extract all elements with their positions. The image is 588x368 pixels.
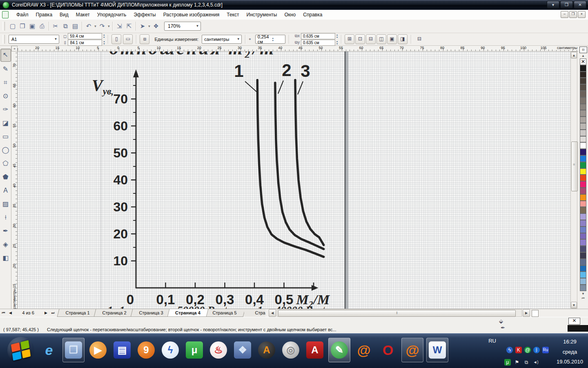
color-swatch[interactable] bbox=[580, 278, 586, 285]
color-swatch[interactable] bbox=[580, 84, 586, 91]
property-bar-grip[interactable] bbox=[2, 35, 5, 44]
snap-button-3[interactable]: ◫ bbox=[376, 34, 386, 44]
rectangle-tool[interactable]: ▭ bbox=[1, 130, 11, 143]
open-button[interactable]: ❒ bbox=[18, 21, 27, 31]
freehand-tool[interactable]: ✑ bbox=[1, 103, 11, 116]
palette-scroll-down[interactable]: ▼ bbox=[580, 292, 586, 296]
horizontal-ruler[interactable]: 2015105051015202530354045505560657075808… bbox=[18, 46, 579, 52]
menu-окно[interactable]: Окно bbox=[281, 11, 299, 19]
horizontal-scroll-thumb[interactable]: ⫴ bbox=[278, 310, 516, 317]
color-swatch[interactable] bbox=[580, 272, 586, 278]
smart-fill-tool[interactable]: ◪ bbox=[1, 117, 11, 129]
color-swatch[interactable] bbox=[580, 194, 586, 201]
palette-options-button[interactable]: ⊟ bbox=[579, 47, 587, 53]
color-swatch[interactable] bbox=[580, 201, 586, 207]
taskbar-app-utorrent[interactable]: μ bbox=[184, 338, 205, 362]
color-swatch[interactable] bbox=[580, 117, 586, 123]
taskbar-app-windows-explorer[interactable]: ❒ bbox=[62, 338, 85, 362]
hscroll-right-arrow[interactable]: ▶ bbox=[523, 309, 530, 317]
taskbar-app-nine-ball[interactable]: 9 bbox=[136, 338, 157, 362]
agent-tray-icon[interactable]: @ bbox=[524, 347, 531, 353]
snap-button-5[interactable]: ◨ bbox=[398, 34, 408, 44]
nudge-spinner[interactable]: ▴▾ bbox=[270, 37, 285, 42]
color-swatch[interactable] bbox=[580, 285, 586, 291]
color-swatch[interactable] bbox=[580, 220, 586, 227]
chart-drawing[interactable]: 1020304050607000,10,20,30,40,5M₂/MVув,12… bbox=[18, 52, 570, 309]
chevron-down-icon[interactable]: ▼ bbox=[107, 25, 111, 28]
ruler-origin[interactable]: ⌖ bbox=[11, 46, 18, 52]
width-spinner[interactable]: ▴▾ bbox=[103, 34, 105, 38]
doc-minimize-button[interactable]: – bbox=[561, 11, 568, 18]
curve-3[interactable] bbox=[295, 80, 324, 245]
taskbar-app-mailru-agent-2[interactable]: @ bbox=[401, 338, 423, 362]
scroll-down-arrow[interactable]: ▼ bbox=[571, 302, 577, 308]
chevron-down-icon[interactable]: ▼ bbox=[53, 35, 59, 43]
snap-button-1[interactable]: ⊡ bbox=[355, 34, 365, 44]
color-swatch-none[interactable]: ✕ bbox=[580, 58, 586, 65]
page-tab-5[interactable]: Страница 5 bbox=[204, 309, 245, 317]
lang-indicator-icon[interactable]: Ru bbox=[542, 347, 549, 353]
paper-size-combo[interactable]: A1 ▼ bbox=[9, 35, 59, 44]
all-pages-button[interactable]: ⧈ bbox=[140, 34, 149, 44]
flag-alert-tray-icon[interactable]: ⚑ bbox=[514, 359, 520, 366]
interactive-fill-tool[interactable]: ◧ bbox=[1, 252, 11, 264]
color-swatch[interactable] bbox=[580, 265, 586, 272]
options-button[interactable]: ⊟ bbox=[414, 34, 424, 44]
paste-button[interactable]: ▤ bbox=[70, 21, 80, 31]
cut-button[interactable]: ✂ bbox=[51, 21, 60, 31]
color-swatch[interactable] bbox=[580, 259, 586, 265]
curve-label-2[interactable]: 2 bbox=[282, 61, 291, 80]
outline-tool[interactable]: ✒ bbox=[1, 225, 11, 237]
color-swatch[interactable] bbox=[580, 233, 586, 240]
color-swatch[interactable] bbox=[580, 175, 586, 181]
taskbar-app-nero[interactable]: ♨ bbox=[208, 338, 229, 362]
color-swatch[interactable] bbox=[580, 97, 586, 104]
portrait-button[interactable]: ▯ bbox=[111, 34, 121, 44]
color-swatch[interactable] bbox=[580, 110, 586, 117]
next-page-button[interactable]: ▶ bbox=[42, 309, 49, 317]
new-button[interactable]: ▢ bbox=[8, 21, 18, 31]
utorrent-tray-icon[interactable]: μ bbox=[504, 359, 511, 366]
taskbar-app-mailru-agent[interactable]: @ bbox=[353, 338, 374, 362]
color-swatch[interactable] bbox=[580, 72, 586, 78]
page-tab-6[interactable]: Стран bbox=[244, 309, 265, 317]
scrollbar-resize-box[interactable] bbox=[532, 310, 539, 317]
curve-label-1[interactable]: 1 bbox=[234, 61, 243, 81]
dup-y-spinner[interactable]: ▴▾ bbox=[336, 40, 338, 45]
landscape-button[interactable]: ▭ bbox=[123, 34, 133, 44]
color-swatch[interactable] bbox=[580, 91, 586, 97]
snap-button-2[interactable]: ⊟ bbox=[366, 34, 376, 44]
color-swatch[interactable] bbox=[580, 142, 586, 149]
color-swatch[interactable] bbox=[580, 123, 586, 130]
snap-button-0[interactable]: ⊞ bbox=[345, 34, 354, 44]
vertical-scroll-thumb[interactable] bbox=[571, 141, 578, 191]
color-swatch[interactable] bbox=[580, 149, 586, 155]
color-swatch[interactable] bbox=[580, 104, 586, 110]
menu-текст[interactable]: Текст bbox=[223, 11, 243, 19]
vertical-scrollbar[interactable]: ▲ ▼ bbox=[570, 52, 577, 309]
export-button[interactable]: ⇱ bbox=[124, 21, 134, 31]
color-swatch[interactable] bbox=[580, 213, 586, 220]
antivirus-tray-icon[interactable]: K bbox=[515, 347, 522, 353]
start-button[interactable] bbox=[7, 337, 34, 364]
taskbar-app-media-codec[interactable]: ❖ bbox=[232, 338, 253, 362]
redo-button[interactable]: ↷ bbox=[97, 21, 107, 31]
vertical-ruler[interactable]: 706560555045403530252015сантиметры bbox=[11, 52, 18, 309]
interactive-blend-tool[interactable]: ▨ bbox=[1, 198, 11, 210]
duplicate-x-field[interactable]: 0.635 см bbox=[301, 33, 335, 39]
chevron-down-icon[interactable]: ▼ bbox=[194, 22, 200, 30]
import-button[interactable]: ⇲ bbox=[114, 21, 124, 31]
application-launcher-button[interactable]: ➤ bbox=[138, 21, 147, 31]
taskbar-app-opera[interactable]: O bbox=[377, 338, 399, 362]
horizontal-scrollbar[interactable]: ⫴ bbox=[277, 309, 522, 317]
curve-label-3[interactable]: 3 bbox=[301, 61, 310, 81]
color-swatch[interactable] bbox=[580, 246, 586, 252]
prev-page-button[interactable]: ◀ bbox=[7, 309, 14, 317]
minimize-button[interactable]: ▾ bbox=[547, 1, 559, 9]
doc-close-button[interactable]: × bbox=[578, 11, 586, 18]
daemon-tray-icon[interactable]: ϟ bbox=[506, 347, 513, 353]
menu-файл[interactable]: Файл bbox=[13, 11, 32, 19]
pick-tool[interactable]: ↖ bbox=[0, 49, 11, 62]
doc-restore-button[interactable]: ❐ bbox=[569, 11, 577, 18]
color-swatch[interactable] bbox=[580, 162, 586, 168]
